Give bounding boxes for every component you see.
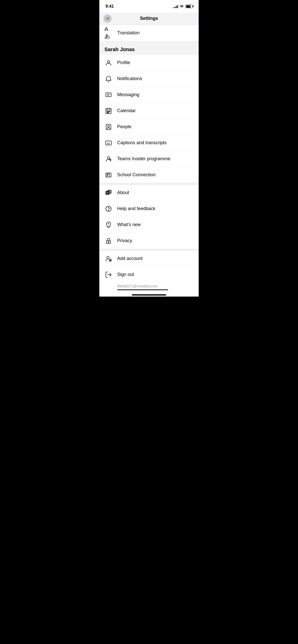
translation-label: Translation [117, 30, 140, 36]
status-icons [173, 4, 193, 8]
status-time: 9:41 [105, 4, 114, 9]
svg-rect-4 [108, 111, 109, 112]
captions-item[interactable]: CC Captions and transcripts [99, 135, 199, 151]
signal-icon [173, 5, 178, 8]
school-connection-icon [104, 171, 113, 179]
status-bar: 9:41 [99, 0, 199, 13]
svg-point-9 [108, 125, 110, 127]
privacy-icon [104, 237, 113, 245]
sign-out-item[interactable]: Sign out 69d3d371@moodioy.com [99, 267, 199, 292]
profile-label: Profile [117, 60, 130, 66]
school-connection-label: School Connection [117, 172, 156, 178]
svg-point-0 [107, 61, 110, 63]
teams-insider-label: Teams Insider programme [117, 156, 170, 162]
school-connection-item[interactable]: School Connection [99, 167, 199, 183]
people-item[interactable]: People [99, 119, 199, 135]
profile-icon [104, 59, 113, 67]
notifications-item[interactable]: Notifications [99, 71, 199, 87]
about-label: About [117, 190, 129, 196]
home-indicator [99, 292, 199, 297]
svg-text:CC: CC [107, 142, 110, 145]
account-menu-list: Add account Sign out 69d3d371@moodioy.co… [99, 251, 199, 292]
captions-icon: CC [104, 139, 113, 147]
add-account-label: Add account [117, 256, 143, 261]
messaging-item[interactable]: Messaging [99, 87, 199, 103]
calendar-icon [104, 107, 113, 115]
user-section-header: Sarah Jonas [99, 41, 199, 55]
settings-header: ✕ Settings [99, 13, 199, 25]
sign-out-icon [104, 271, 113, 279]
people-icon [104, 123, 113, 131]
section-divider-2 [99, 249, 199, 251]
whats-new-icon [104, 221, 113, 229]
svg-text:T: T [107, 192, 109, 194]
notifications-icon [104, 75, 113, 83]
whats-new-label: What's new [117, 222, 141, 228]
section-divider-1 [99, 183, 199, 185]
sign-out-email: 69d3d371@moodioy.com [117, 284, 158, 288]
user-name: Sarah Jonas [104, 47, 135, 52]
svg-rect-5 [110, 111, 110, 112]
svg-text:T: T [109, 191, 110, 193]
add-account-icon [104, 255, 113, 263]
svg-point-20 [108, 210, 109, 211]
privacy-label: Privacy [117, 238, 132, 244]
svg-rect-7 [108, 112, 109, 113]
main-menu-list: Profile Notifications Messaging [99, 55, 199, 183]
wifi-icon [180, 4, 184, 8]
messaging-icon [104, 91, 113, 99]
teams-insider-icon [104, 155, 113, 163]
whats-new-item[interactable]: What's new [99, 217, 199, 233]
translation-icon: Aあ [104, 29, 113, 37]
svg-point-22 [108, 242, 109, 243]
svg-rect-6 [107, 112, 107, 113]
sign-out-label: Sign out [117, 272, 134, 277]
privacy-item[interactable]: Privacy [99, 233, 199, 249]
header-title: Settings [140, 16, 158, 21]
calendar-label: Calendar [117, 108, 136, 114]
messaging-label: Messaging [117, 92, 139, 98]
battery-icon [185, 5, 193, 8]
people-label: People [117, 124, 131, 130]
teams-insider-item[interactable]: Teams Insider programme [99, 151, 199, 167]
svg-point-23 [107, 256, 109, 259]
close-button[interactable]: ✕ [103, 14, 112, 23]
phone-container: 9:41 ✕ Settings [99, 0, 199, 297]
svg-point-12 [107, 157, 110, 159]
help-label: Help and feedback [117, 206, 155, 212]
calendar-item[interactable]: Calendar [99, 103, 199, 119]
notifications-label: Notifications [117, 76, 142, 82]
svg-rect-14 [106, 173, 111, 177]
help-item[interactable]: Help and feedback [99, 201, 199, 217]
add-account-item[interactable]: Add account [99, 251, 199, 267]
svg-rect-1 [106, 93, 111, 97]
help-icon [104, 205, 113, 213]
sign-out-underline [117, 289, 168, 290]
captions-label: Captions and transcripts [117, 140, 167, 146]
svg-rect-3 [107, 111, 107, 112]
profile-item[interactable]: Profile [99, 55, 199, 71]
about-item[interactable]: T T About [99, 185, 199, 201]
translation-item[interactable]: Aあ Translation [99, 25, 199, 41]
about-icon: T T [104, 189, 113, 197]
bottom-menu-list: T T About Help and feedback [99, 185, 199, 249]
